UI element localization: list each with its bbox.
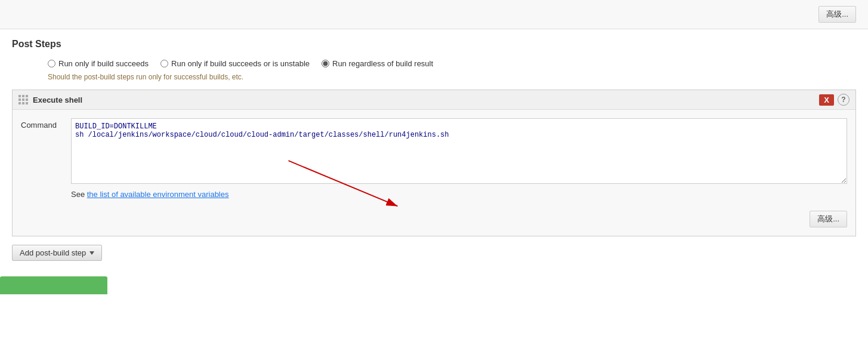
add-post-build-area: Add post-build step <box>12 245 856 261</box>
post-steps-title: Post Steps <box>12 39 856 50</box>
page-wrapper: 高级... Post Steps Run only if build succe… <box>0 0 868 351</box>
env-link-row: See the list of available environment va… <box>21 190 847 199</box>
post-steps-section: Post Steps Run only if build succeeds Ru… <box>0 29 868 273</box>
drag-icon <box>18 95 28 104</box>
command-label: Command <box>21 118 63 130</box>
top-advanced-button[interactable]: 高级... <box>818 6 856 23</box>
radio-option-succeeds[interactable]: Run only if build succeeds <box>48 59 149 68</box>
add-post-build-button[interactable]: Add post-build step <box>12 245 102 261</box>
execute-shell-close-button[interactable]: X <box>819 94 834 106</box>
bottom-advanced-area: 高级... <box>13 205 855 236</box>
radio-option-regardless[interactable]: Run regardless of build result <box>322 59 433 68</box>
dropdown-arrow-icon <box>89 251 94 255</box>
radio-succeeds[interactable] <box>48 60 55 67</box>
green-footer-bar <box>0 276 107 294</box>
top-bar: 高级... <box>0 0 868 29</box>
post-steps-hint: Should the post-build steps run only for… <box>12 73 856 81</box>
execute-shell-title: Execute shell <box>33 96 82 104</box>
radio-unstable-label: Run only if build succeeds or is unstabl… <box>171 59 310 68</box>
radio-succeeds-label: Run only if build succeeds <box>58 59 149 68</box>
execute-shell-box: Execute shell X ? Command BUILD_ID=DONTK… <box>12 90 856 236</box>
env-link[interactable]: the list of available environment variab… <box>87 190 229 199</box>
radio-regardless-label: Run regardless of build result <box>332 59 433 68</box>
command-textarea[interactable]: BUILD_ID=DONTKILLME sh /local/jenkins/wo… <box>71 118 847 184</box>
radio-unstable[interactable] <box>160 60 168 67</box>
execute-shell-title-area: Execute shell <box>18 95 82 104</box>
radio-option-unstable[interactable]: Run only if build succeeds or is unstabl… <box>160 59 310 68</box>
radio-regardless[interactable] <box>322 60 329 67</box>
add-post-build-label: Add post-build step <box>20 248 86 257</box>
env-link-prefix: See <box>71 190 87 199</box>
command-row: Command BUILD_ID=DONTKILLME sh /local/je… <box>21 118 847 184</box>
execute-shell-body: Command BUILD_ID=DONTKILLME sh /local/je… <box>13 110 855 205</box>
post-steps-radio-group: Run only if build succeeds Run only if b… <box>12 59 856 68</box>
help-icon[interactable]: ? <box>838 94 850 106</box>
execute-shell-header: Execute shell X ? <box>13 90 855 110</box>
shell-advanced-button[interactable]: 高级... <box>810 211 847 227</box>
execute-shell-header-right: X ? <box>819 94 850 106</box>
